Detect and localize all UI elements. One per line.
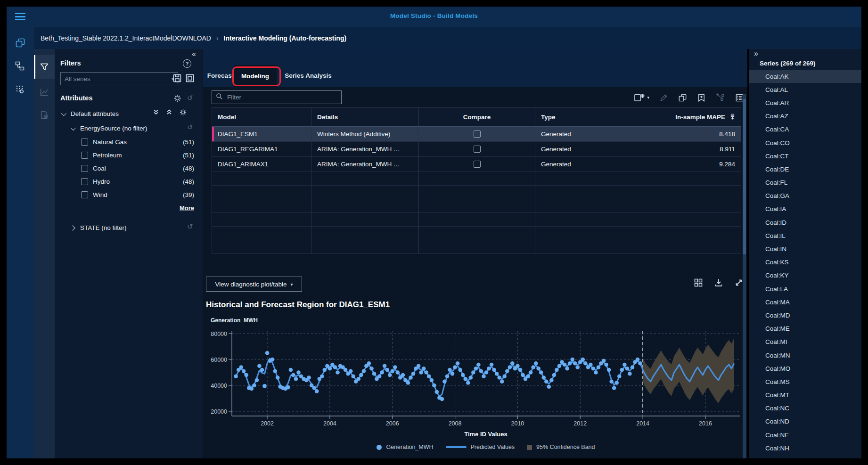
attributes-gear-icon[interactable] [173,94,182,103]
forecast-chart[interactable]: 2000040000600008000020022004200620082010… [206,325,746,429]
series-filter-dropdown[interactable]: All series ▾ [60,72,178,85]
state-reset-icon[interactable]: ↺ [187,222,193,231]
column-header[interactable]: Compare [419,108,535,126]
table-empty-row [212,240,741,254]
model-details-cell: ARIMA: Generation_MWH … [311,142,419,156]
series-list-item[interactable]: Coal:KY [749,269,861,282]
group-gear-icon[interactable] [179,108,188,118]
attribute-row: Natural Gas(51) [55,136,203,148]
series-list-item[interactable]: Coal:MI [749,335,861,349]
checkbox[interactable] [81,139,88,146]
series-list-item[interactable]: Coal:DE [749,163,861,176]
series-list-item[interactable]: Coal:IL [749,229,861,242]
table-filter-field[interactable] [212,90,342,104]
table-row[interactable]: DIAG1_ESM1Winters Method (Additive)Gener… [212,127,741,142]
export-page-icon[interactable] [40,110,49,120]
scrollbar-thumb[interactable] [743,99,746,254]
view-diagnostic-button[interactable]: View diagnostic plot/table ▾ [206,277,302,292]
chevron-down-icon: ▾ [291,282,293,287]
empty-cell [419,213,535,226]
series-list-item[interactable]: Coal:ME [749,322,861,335]
column-header[interactable]: Type [535,108,635,126]
table-row[interactable]: DIAG1_ARIMAX1ARIMA: Generation_MWH …Gene… [212,157,741,172]
series-list-item[interactable]: Coal:AZ [749,110,861,123]
sort-options-icon[interactable] [730,113,735,122]
collapse-all-icon[interactable] [166,109,175,118]
more-link[interactable]: More [180,204,194,212]
recall-filter-icon[interactable] [185,73,195,83]
series-list-item[interactable]: Coal:CT [749,149,861,163]
series-list-item[interactable]: Coal:IN [749,242,861,255]
column-header[interactable]: Model [212,108,311,126]
column-header[interactable]: Details [311,108,419,126]
default-attributes-group[interactable]: Default attributes [61,110,119,117]
checkbox[interactable] [81,165,88,172]
collapse-panel-icon[interactable]: « [192,50,196,58]
view-diagnostic-label: View diagnostic plot/table [215,281,287,288]
series-list-item[interactable]: Coal:LA [749,282,861,295]
series-list-item[interactable]: Coal:ID [749,216,861,229]
filters-rail-tab[interactable] [34,55,55,79]
series-panel-title: Series (269 of 269) [760,60,816,67]
series-item-label: Coal:MN [765,352,790,359]
series-list: Coal:AKCoal:ALCoal:ARCoal:AZCoal:CACoal:… [749,70,861,455]
data-properties-icon[interactable] [15,85,25,95]
checkbox[interactable] [81,191,88,198]
series-list-item[interactable]: Coal:AL [749,83,861,96]
chevron-down-icon [71,125,76,130]
series-list-item[interactable]: Coal:CO [749,136,861,149]
new-model-icon[interactable]: ▾ [634,93,649,102]
table-filter-input[interactable] [226,93,322,101]
series-list-item[interactable]: Coal:CA [749,123,861,136]
copy-icon[interactable] [678,93,687,102]
energysource-reset-icon[interactable]: ↺ [187,123,193,131]
checkbox[interactable] [81,178,88,185]
energysource-group[interactable]: EnergySource (no filter) [71,125,147,132]
series-plot-icon[interactable] [40,88,49,97]
data-pages-icon[interactable] [15,38,25,48]
series-list-item[interactable]: Coal:MA [749,295,861,309]
series-list-item[interactable]: Coal:AR [749,96,861,109]
series-list-item[interactable]: Coal:ND [749,415,861,428]
champion-compare-icon[interactable] [716,93,725,102]
series-list-item[interactable]: Coal:MT [749,389,861,402]
series-list-item[interactable]: Coal:NC [749,402,861,415]
empty-cell [212,213,311,226]
column-header-label: Type [541,114,556,121]
empty-cell [535,186,635,199]
edit-pencil-icon[interactable] [659,93,668,102]
compare-checkbox[interactable] [474,146,481,153]
tab-series-analysis[interactable]: Series Analysis [280,64,336,87]
compare-checkbox[interactable] [474,131,481,138]
series-list-item[interactable]: Coal:MS [749,375,861,388]
series-list-item[interactable]: Coal:NH [749,441,861,455]
bookmark-star-icon[interactable] [697,93,706,102]
attribute-count: (39) [183,191,194,198]
expand-all-icon[interactable] [153,109,162,118]
maximize-icon[interactable] [735,278,743,287]
series-item-label: Coal:CO [765,139,790,147]
series-list-item[interactable]: Coal:NE [749,428,861,441]
series-list-item[interactable]: Coal:MO [749,362,861,375]
series-list-item[interactable]: Coal:IA [749,203,861,216]
table-row[interactable]: DIAG1_REGARIMA1ARIMA: Generation_MWH …Ge… [212,142,741,157]
series-list-item[interactable]: Coal:KS [749,256,861,269]
series-list-item[interactable]: Coal:MD [749,309,861,322]
breadcrumb-project[interactable]: Beth_Testing_Stable 2022.1.2_InteractMod… [41,34,211,42]
attributes-reset-icon[interactable]: ↺ [187,94,193,102]
checkbox[interactable] [81,152,88,159]
column-header[interactable]: In-sample MAPE [635,108,741,126]
series-list-item[interactable]: Coal:AK [749,70,861,83]
search-icon [216,93,223,102]
download-icon[interactable] [714,278,723,287]
save-filter-icon[interactable] [172,73,182,83]
series-list-item[interactable]: Coal:GA [749,189,861,203]
help-icon[interactable]: ? [183,59,191,68]
series-list-item[interactable]: Coal:FL [749,176,861,189]
state-group[interactable]: STATE (no filter) [71,224,127,231]
expand-panel-icon[interactable]: » [754,49,758,58]
grid-layout-icon[interactable] [694,278,703,287]
series-list-item[interactable]: Coal:MN [749,349,861,362]
compare-checkbox[interactable] [474,161,481,168]
pipeline-icon[interactable] [15,61,25,72]
